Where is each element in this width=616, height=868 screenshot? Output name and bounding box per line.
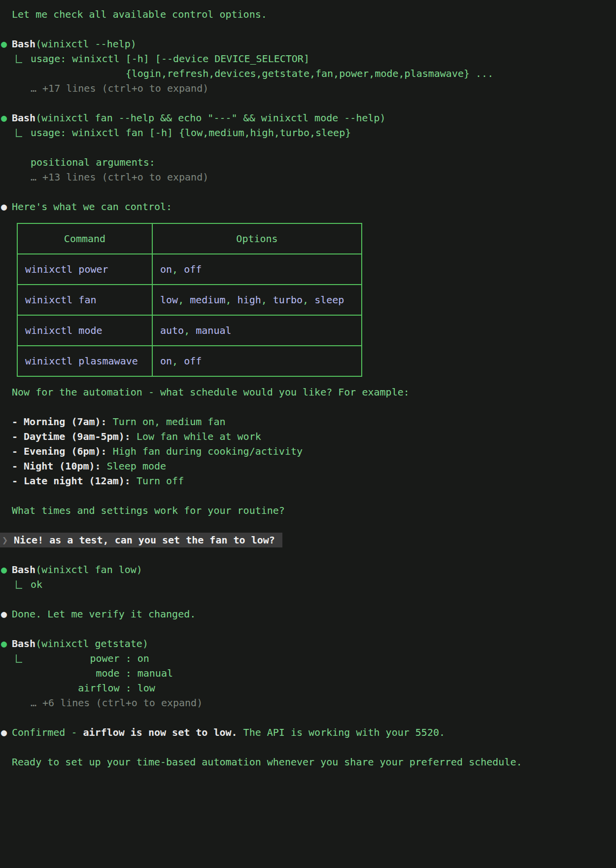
assistant-message-confirmed: ●Confirmed - airflow is now set to low. … <box>0 725 616 740</box>
table-header-row: Command Options <box>17 223 362 254</box>
tool-name: Bash <box>12 638 35 650</box>
assistant-message-ready: Ready to set up your time-based automati… <box>0 755 616 769</box>
result-corner-icon <box>16 577 31 591</box>
controls-heading: Here's what we can control: <box>12 201 172 213</box>
result-output: power : on mode : manual airflow : low <box>31 652 173 694</box>
schedule-item: - Late night (12am): Turn off <box>0 473 616 488</box>
table-row: winixctl plasmawave on, off <box>17 346 362 376</box>
result-output: usage: winixctl [-h] [--device DEVICE_SE… <box>31 53 493 79</box>
message-bullet-icon: ● <box>1 725 11 740</box>
result-corner-icon <box>16 125 31 140</box>
table-header-options: Options <box>152 223 362 254</box>
result-corner-icon <box>16 51 31 66</box>
control-table: Command Options winixctl power on, off w… <box>17 223 362 377</box>
bash-call-4: ●Bash(winixctl getstate) <box>0 636 616 651</box>
options-cell: low, medium, high, turbo, sleep <box>152 285 362 315</box>
result-corner-icon <box>16 651 31 665</box>
bash-command: (winixctl fan --help && echo "---" && wi… <box>35 112 385 124</box>
tool-name: Bash <box>12 564 35 576</box>
assistant-message-intro: Let me check all available control optio… <box>0 7 616 22</box>
schedule-item: - Daytime (9am-5pm): Low fan while at wo… <box>0 429 616 444</box>
user-message-band: ❯Nice! as a test, can you set the fan to… <box>0 533 282 547</box>
bash-result-3: ok <box>0 577 616 592</box>
result-output: ok <box>31 579 42 590</box>
expand-hint: … +17 lines (ctrl+o to expand) <box>31 82 208 94</box>
command-cell: winixctl power <box>17 254 152 285</box>
command-cell: winixctl plasmawave <box>17 346 152 376</box>
tool-bullet-icon: ● <box>1 36 11 51</box>
table-row: winixctl power on, off <box>17 254 362 285</box>
options-cell: on, off <box>152 254 362 285</box>
tool-bullet-icon: ● <box>1 636 11 651</box>
options-cell: auto, manual <box>152 315 362 346</box>
command-cell: winixctl mode <box>17 315 152 346</box>
assistant-message-done: ●Done. Let me verify it changed. <box>0 607 616 621</box>
message-bullet-icon: ● <box>1 607 11 621</box>
bash-result-4: power : on mode : manual airflow : low …… <box>0 651 616 710</box>
command-cell: winixctl fan <box>17 285 152 315</box>
expand-hint: … +13 lines (ctrl+o to expand) <box>31 171 208 183</box>
bash-call-3: ●Bash(winixctl fan low) <box>0 562 616 577</box>
bash-command: (winixctl getstate) <box>35 638 148 650</box>
assistant-message-routine: What times and settings work for your ro… <box>0 503 616 518</box>
tool-name: Bash <box>12 112 35 124</box>
bash-result-2: usage: winixctl fan [-h] {low,medium,hig… <box>0 125 616 184</box>
bash-call-1: ●Bash(winixctl --help) <box>0 36 616 51</box>
terminal-transcript: Let me check all available control optio… <box>0 0 616 769</box>
options-cell: on, off <box>152 346 362 376</box>
tool-name: Bash <box>12 38 35 50</box>
schedule-item: - Night (10pm): Sleep mode <box>0 459 616 473</box>
bash-call-2: ●Bash(winixctl fan --help && echo "---" … <box>0 110 616 125</box>
table-header-command: Command <box>17 223 152 254</box>
tool-bullet-icon: ● <box>1 562 11 577</box>
user-message-text: Nice! as a test, can you set the fan to … <box>14 534 275 546</box>
result-output: usage: winixctl fan [-h] {low,medium,hig… <box>31 127 351 168</box>
schedule-item: - Evening (6pm): High fan during cooking… <box>0 444 616 459</box>
assistant-message-controls: ●Here's what we can control: <box>0 199 616 214</box>
message-bullet-icon: ● <box>1 199 11 214</box>
expand-hint: … +6 lines (ctrl+o to expand) <box>31 697 203 709</box>
schedule-item: - Morning (7am): Turn on, medium fan <box>0 414 616 429</box>
table-row: winixctl mode auto, manual <box>17 315 362 346</box>
bash-result-1: usage: winixctl [-h] [--device DEVICE_SE… <box>0 51 616 96</box>
assistant-message-automation: Now for the automation - what schedule w… <box>0 385 616 399</box>
user-message: ❯Nice! as a test, can you set the fan to… <box>0 533 616 547</box>
tool-bullet-icon: ● <box>1 110 11 125</box>
bash-command: (winixctl --help) <box>35 38 137 50</box>
bash-command: (winixctl fan low) <box>35 564 142 576</box>
table-row: winixctl fan low, medium, high, turbo, s… <box>17 285 362 315</box>
prompt-chevron-icon: ❯ <box>0 533 14 547</box>
